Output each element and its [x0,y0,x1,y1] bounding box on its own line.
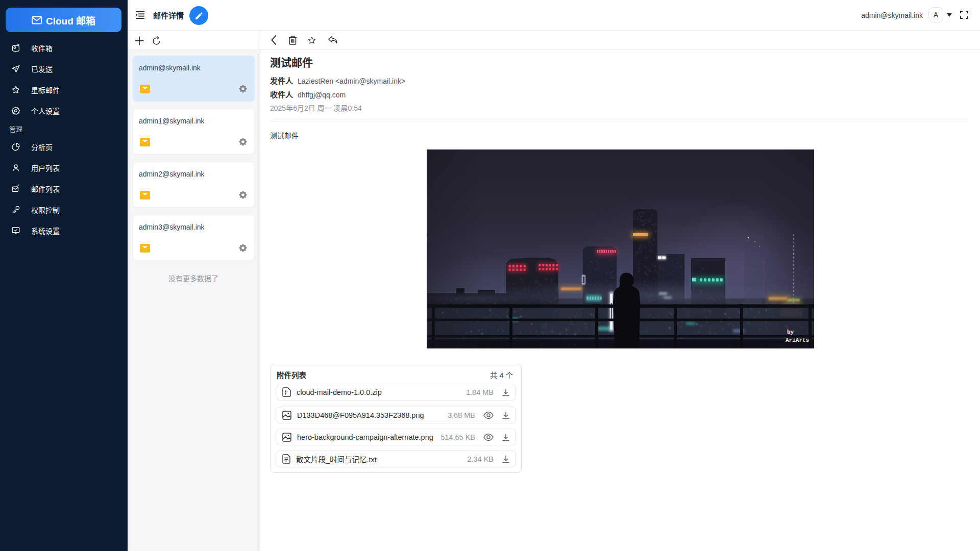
svg-text:by: by [787,329,794,335]
svg-text:AriArts: AriArts [786,337,809,343]
